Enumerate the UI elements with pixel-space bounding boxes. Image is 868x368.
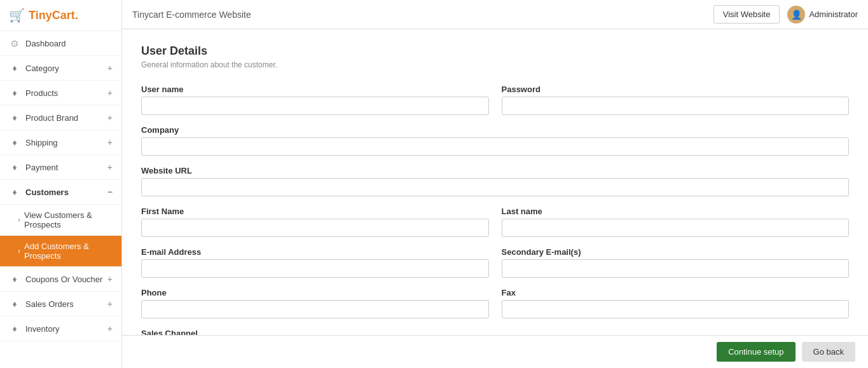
sales-orders-icon: ♦ <box>9 298 20 310</box>
form-row-company: Company <box>141 125 849 156</box>
sidebar-sub-item-view-customers[interactable]: › View Customers & Prospects <box>0 205 121 236</box>
sub-arrow-icon: › <box>18 247 20 256</box>
form-row-email: E-mail Address Secondary E-mail(s) <box>141 247 849 278</box>
secondary-email-label: Secondary E-mail(s) <box>502 247 850 257</box>
form-row-website: Website URL <box>141 166 849 196</box>
top-bar: Tinycart E-commerce Website Visit Websit… <box>122 0 868 29</box>
sidebar-item-label: Payment <box>25 163 107 172</box>
email-input[interactable] <box>141 259 489 278</box>
username-label: User name <box>141 85 489 94</box>
toggle-icon: + <box>107 162 113 172</box>
top-bar-right: Visit Website 👤 Administrator <box>713 5 858 24</box>
brand-icon: ♦ <box>9 112 20 123</box>
form-group-password: Password <box>502 85 850 115</box>
logo-brand: Tiny <box>29 9 52 22</box>
sidebar-item-label: Inventory <box>25 324 107 334</box>
sub-item-label: Add Customers & Prospects <box>24 242 113 261</box>
fax-label: Fax <box>502 288 850 297</box>
form-row-sales-channel: Sales Channel -- Select -- <box>141 329 849 335</box>
form-group-phone: Phone <box>141 288 489 318</box>
form-group-username: User name <box>141 85 489 115</box>
company-input[interactable] <box>141 137 849 156</box>
admin-area[interactable]: 👤 Administrator <box>787 6 858 24</box>
form-subtitle: General information about the customer. <box>141 60 849 69</box>
toggle-icon: + <box>107 324 113 334</box>
sidebar-item-label: Dashboard <box>25 39 113 48</box>
sidebar-sub-item-add-customers[interactable]: › Add Customers & Prospects <box>0 236 121 267</box>
continue-setup-button[interactable]: Continue setup <box>717 342 795 362</box>
sub-item-label: View Customers & Prospects <box>24 210 113 229</box>
sidebar-item-dashboard[interactable]: ⊙ Dashboard <box>0 31 121 56</box>
form-group-website: Website URL <box>141 166 849 196</box>
inventory-icon: ♦ <box>9 323 20 334</box>
form-group-email: E-mail Address <box>141 247 489 278</box>
sidebar-item-label: Products <box>25 88 107 98</box>
sidebar-item-label: Sales Orders <box>25 299 107 309</box>
form-group-fax: Fax <box>502 288 850 318</box>
go-back-button[interactable]: Go back <box>802 342 855 362</box>
products-icon: ♦ <box>9 87 20 99</box>
shipping-icon: ♦ <box>9 137 20 148</box>
sidebar-item-category[interactable]: ♦ Category + <box>0 56 121 81</box>
coupons-icon: ♦ <box>9 273 20 285</box>
sidebar-item-label: Coupons Or Voucher <box>25 275 107 284</box>
sidebar-item-label: Customers <box>25 187 107 197</box>
toggle-icon: + <box>107 274 113 284</box>
sub-arrow-icon: › <box>18 215 20 224</box>
fax-input[interactable] <box>502 300 850 318</box>
form-group-sales-channel: Sales Channel -- Select -- <box>141 329 849 335</box>
avatar: 👤 <box>787 6 805 24</box>
sidebar-item-shipping[interactable]: ♦ Shipping + <box>0 130 121 155</box>
logo-text: TinyCart. <box>29 9 78 22</box>
secondary-email-input[interactable] <box>502 259 850 278</box>
payment-icon: ♦ <box>9 161 20 173</box>
sidebar-item-customers[interactable]: ♦ Customers − <box>0 180 121 205</box>
form-group-firstname: First Name <box>141 207 489 237</box>
form-row-username-password: User name Password <box>141 85 849 115</box>
firstname-label: First Name <box>141 207 489 216</box>
form-group-lastname: Last name <box>502 207 850 237</box>
logo-icon: 🛒 <box>9 8 25 23</box>
email-label: E-mail Address <box>141 247 489 257</box>
form-group-company: Company <box>141 125 849 156</box>
form-title: User Details <box>141 44 849 58</box>
website-url-input[interactable] <box>141 178 849 196</box>
footer-bar: Continue setup Go back <box>122 335 868 368</box>
phone-input[interactable] <box>141 300 489 318</box>
form-row-name: First Name Last name <box>141 207 849 237</box>
sidebar: 🛒 TinyCart. ⊙ Dashboard ♦ Category + ♦ P… <box>0 0 122 368</box>
logo: 🛒 TinyCart. <box>0 0 121 31</box>
password-input[interactable] <box>502 97 850 115</box>
visit-website-button[interactable]: Visit Website <box>713 5 780 24</box>
sidebar-item-label: Shipping <box>25 138 107 147</box>
sidebar-item-inventory[interactable]: ♦ Inventory + <box>0 317 121 341</box>
logo-brand2: Cart. <box>52 9 78 22</box>
website-url-label: Website URL <box>141 166 849 175</box>
lastname-label: Last name <box>502 207 850 216</box>
sidebar-item-label: Category <box>25 64 107 73</box>
lastname-input[interactable] <box>502 219 850 237</box>
sidebar-item-payment[interactable]: ♦ Payment + <box>0 155 121 180</box>
phone-label: Phone <box>141 288 489 297</box>
sidebar-item-coupons[interactable]: ♦ Coupons Or Voucher + <box>0 267 121 292</box>
sales-channel-label: Sales Channel <box>141 329 849 335</box>
firstname-input[interactable] <box>141 219 489 237</box>
sidebar-item-product-brand[interactable]: ♦ Product Brand + <box>0 106 121 130</box>
username-input[interactable] <box>141 97 489 115</box>
main-content: User Details General information about t… <box>122 29 868 335</box>
toggle-icon: + <box>107 112 113 123</box>
toggle-icon: + <box>107 299 113 309</box>
category-icon: ♦ <box>9 62 20 74</box>
sidebar-item-products[interactable]: ♦ Products + <box>0 81 121 106</box>
toggle-icon: + <box>107 137 113 147</box>
toggle-icon: + <box>107 88 113 98</box>
toggle-icon: + <box>107 63 113 73</box>
customers-icon: ♦ <box>9 186 20 198</box>
toggle-icon: − <box>107 187 113 197</box>
admin-name: Administrator <box>809 10 858 19</box>
company-label: Company <box>141 125 849 135</box>
password-label: Password <box>502 85 850 94</box>
site-title: Tinycart E-commerce Website <box>132 10 251 20</box>
form-group-secondary-email: Secondary E-mail(s) <box>502 247 850 278</box>
sidebar-item-sales-orders[interactable]: ♦ Sales Orders + <box>0 292 121 317</box>
